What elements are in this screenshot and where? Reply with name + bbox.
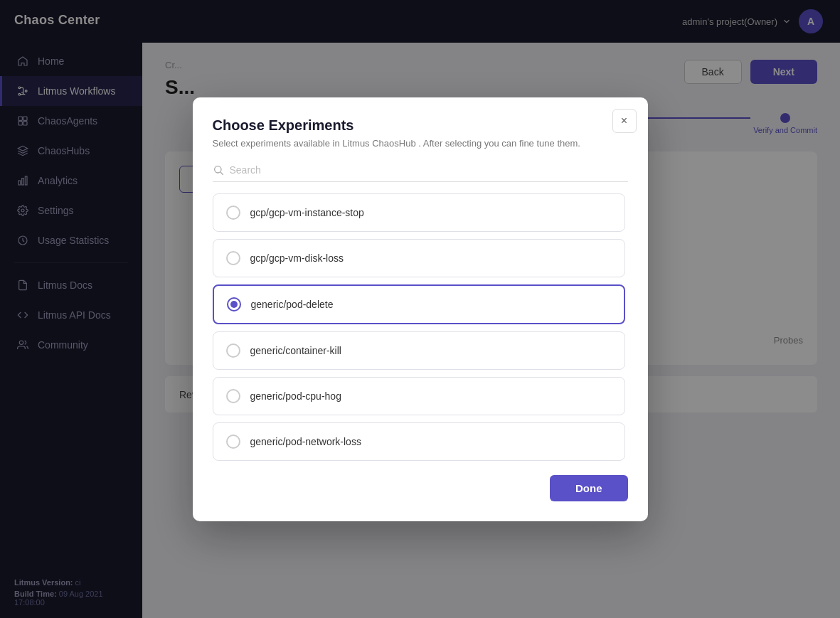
experiment-item[interactable]: generic/pod-network-loss	[213, 422, 625, 461]
experiment-item[interactable]: generic/container-kill	[213, 331, 625, 370]
experiment-name: gcp/gcp-vm-disk-loss	[250, 252, 344, 264]
modal-title: Choose Experiments	[213, 117, 628, 134]
experiment-item[interactable]: generic/pod-delete	[213, 284, 625, 324]
experiment-name: generic/pod-cpu-hog	[250, 390, 341, 402]
search-bar	[213, 164, 628, 182]
experiment-name: generic/pod-delete	[251, 299, 334, 310]
radio-button	[226, 343, 240, 358]
search-icon	[213, 164, 224, 176]
radio-button	[226, 251, 240, 265]
choose-experiments-modal: × Choose Experiments Select experiments …	[193, 97, 648, 521]
modal-header: Choose Experiments Select experiments av…	[213, 117, 628, 160]
modal-subtitle: Select experiments available in Litmus C…	[213, 138, 628, 149]
radio-button	[226, 389, 240, 403]
radio-button	[226, 206, 240, 220]
svg-point-13	[214, 166, 220, 172]
experiment-name: generic/container-kill	[250, 345, 341, 356]
experiment-item[interactable]: gcp/gcp-vm-instance-stop	[213, 193, 625, 232]
experiment-name: generic/pod-network-loss	[250, 436, 361, 447]
radio-inner	[230, 301, 238, 308]
search-input[interactable]	[230, 164, 628, 176]
modal-overlay: × Choose Experiments Select experiments …	[0, 0, 840, 618]
svg-line-14	[220, 172, 223, 175]
modal-footer: Done	[213, 475, 628, 501]
experiment-name: gcp/gcp-vm-instance-stop	[250, 207, 364, 218]
experiment-item[interactable]: generic/pod-cpu-hog	[213, 377, 625, 415]
experiment-item[interactable]: gcp/gcp-vm-disk-loss	[213, 239, 625, 277]
done-button[interactable]: Done	[550, 475, 628, 501]
modal-close-button[interactable]: ×	[612, 109, 637, 133]
radio-button	[226, 435, 240, 449]
experiments-list: gcp/gcp-vm-instance-stop gcp/gcp-vm-disk…	[213, 193, 628, 461]
radio-button	[227, 297, 241, 311]
